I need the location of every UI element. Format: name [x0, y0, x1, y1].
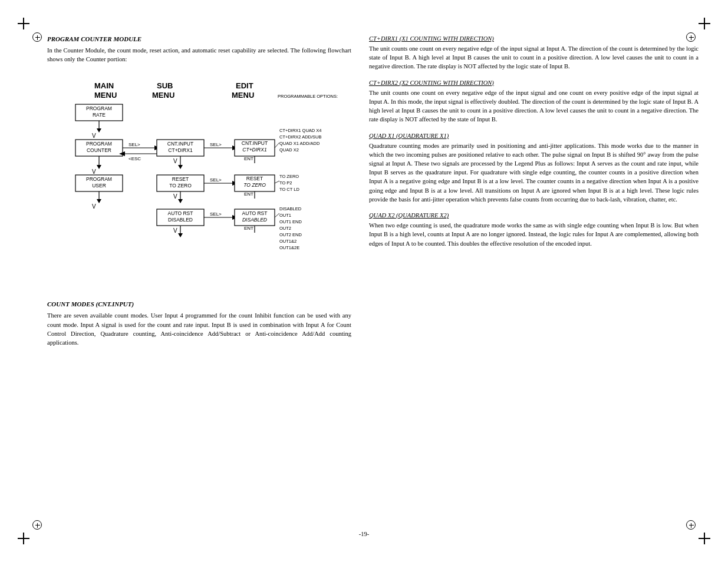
reg-mark-tl [18, 18, 29, 29]
svg-text:ENT: ENT [244, 191, 253, 197]
svg-text:MAIN: MAIN [94, 81, 114, 90]
flowchart-svg: MAIN MENU PROGRAM RATE V PROGRAM COUNTER [47, 72, 351, 290]
svg-marker-12 [97, 165, 101, 169]
page-number: -19- [359, 531, 370, 537]
svg-line-61 [275, 143, 279, 148]
svg-text:TO P2: TO P2 [279, 180, 292, 186]
ct-dirx1-section: CT+DIRX1 (X1 COUNTING WITH DIRECTION) Th… [369, 35, 699, 71]
svg-text:RESET: RESET [246, 176, 263, 181]
ct-dirx2-section: CT+DIRX2 (X2 COUNTING WITH DIRECTION) Th… [369, 80, 699, 124]
svg-text:PROGRAM: PROGRAM [86, 105, 112, 111]
svg-text:TO ZERO: TO ZERO [169, 183, 192, 189]
svg-marker-18 [97, 199, 101, 203]
svg-text:CNT.INPUT: CNT.INPUT [242, 140, 268, 146]
svg-text:PROGRAMMABLE OPTIONS:: PROGRAMMABLE OPTIONS: [278, 94, 338, 99]
svg-text:RATE: RATE [93, 112, 106, 118]
page: PROGRAM COUNTER MODULE In the Counter Mo… [0, 0, 728, 562]
svg-marker-32 [178, 165, 183, 169]
svg-text:MENU: MENU [232, 91, 254, 100]
count-modes-text: There are seven available count modes. U… [47, 311, 351, 347]
svg-text:OUT1 END: OUT1 END [279, 219, 302, 224]
svg-text:OUT1&2: OUT1&2 [279, 239, 297, 244]
svg-text:OUT2: OUT2 [279, 226, 291, 231]
reg-mark-bl [18, 533, 29, 544]
svg-text:COUNTER: COUNTER [87, 147, 111, 153]
svg-text:DISABLED: DISABLED [168, 217, 193, 223]
svg-text:MENU: MENU [94, 91, 117, 100]
svg-text:DISABLED: DISABLED [242, 217, 267, 223]
svg-text:CT+DIRX2   ADD/SUB: CT+DIRX2 ADD/SUB [279, 134, 321, 140]
svg-text:CNT.INPUT: CNT.INPUT [167, 141, 193, 147]
svg-text:V: V [92, 168, 96, 175]
svg-text:CT+DIRX1: CT+DIRX1 [168, 147, 193, 153]
svg-text:ENT: ENT [244, 156, 253, 161]
quad-x1-title: QUAD X1 (QUADRATURE X1) [369, 133, 699, 139]
svg-text:RESET: RESET [172, 176, 189, 182]
ct-dirx1-title: CT+DIRX1 (X1 COUNTING WITH DIRECTION) [369, 35, 699, 42]
reg-mark-tr [699, 18, 710, 29]
quad-x2-text: When two edge counting is used, the quad… [369, 221, 699, 248]
flowchart: MAIN MENU PROGRAM RATE V PROGRAM COUNTER [47, 72, 351, 290]
svg-text:SEL>: SEL> [210, 142, 222, 147]
svg-text:EDIT: EDIT [236, 81, 253, 90]
quad-x1-section: QUAD X1 (QUADRATURE X1) Quadrature count… [369, 133, 699, 204]
svg-marker-44 [178, 233, 183, 237]
svg-text:PROGRAM: PROGRAM [86, 141, 112, 147]
svg-text:AUTO RST: AUTO RST [242, 210, 268, 216]
svg-text:ENT: ENT [244, 226, 253, 231]
crop-mark-tl [32, 32, 42, 42]
ct-dirx2-title: CT+DIRX2 (X2 COUNTING WITH DIRECTION) [369, 80, 699, 86]
svg-line-89 [275, 213, 279, 217]
svg-text:SEL>: SEL> [210, 211, 222, 217]
crop-mark-br [686, 520, 696, 530]
svg-text:AUTO RST: AUTO RST [168, 210, 193, 216]
right-column: CT+DIRX1 (X1 COUNTING WITH DIRECTION) Th… [369, 35, 699, 527]
svg-text:TO ZERO: TO ZERO [243, 182, 266, 188]
svg-text:SEL>: SEL> [210, 177, 222, 183]
count-modes-section: COUNT MODES (CNT.INPUT) There are seven … [47, 300, 351, 347]
svg-text:DISABLED: DISABLED [279, 206, 302, 211]
svg-text:OUT2 END: OUT2 END [279, 232, 302, 237]
svg-text:SEL>: SEL> [129, 142, 140, 147]
svg-text:MENU: MENU [152, 91, 174, 100]
svg-text:QUAD X1   ADD/ADD: QUAD X1 ADD/ADD [279, 141, 320, 146]
page-content: PROGRAM COUNTER MODULE In the Counter Mo… [47, 35, 681, 527]
svg-text:OUT1&2E: OUT1&2E [279, 245, 299, 250]
quad-x2-section: QUAD X2 (QUADRATURE X2) When two edge co… [369, 212, 699, 248]
svg-marker-6 [97, 128, 101, 133]
quad-x2-title: QUAD X2 (QUADRATURE X2) [369, 212, 699, 219]
svg-line-73 [275, 181, 279, 183]
ct-dirx1-text: The unit counts one count on every negat… [369, 44, 699, 71]
svg-text:V: V [173, 227, 177, 234]
svg-text:V: V [92, 203, 96, 210]
ct-dirx2-text: The unit counts one count on every negat… [369, 88, 699, 124]
svg-text:TO ZERO: TO ZERO [279, 174, 299, 179]
quad-x1-text: Quadrature counting modes are primarily … [369, 141, 699, 204]
svg-text:V: V [173, 193, 177, 200]
crop-mark-bl [32, 520, 42, 530]
svg-text:PROGRAM: PROGRAM [86, 176, 112, 182]
svg-text:CT+DIRX1   QUAD X4: CT+DIRX1 QUAD X4 [279, 128, 321, 133]
crop-mark-tr [686, 32, 696, 42]
count-modes-title: COUNT MODES (CNT.INPUT) [47, 300, 351, 308]
left-intro-text: In the Counter Module, the count mode, r… [47, 46, 351, 64]
svg-text:QUAD X2: QUAD X2 [279, 147, 299, 153]
svg-marker-38 [178, 199, 183, 203]
svg-text:V: V [92, 133, 96, 139]
svg-text:SUB: SUB [157, 81, 173, 90]
svg-text:V: V [173, 158, 177, 164]
svg-text:USER: USER [92, 183, 106, 189]
svg-text:TO CT LD: TO CT LD [279, 187, 299, 192]
left-column: PROGRAM COUNTER MODULE In the Counter Mo… [47, 35, 351, 527]
svg-text:<ESC: <ESC [129, 156, 141, 161]
svg-text:OUT1: OUT1 [279, 213, 291, 218]
svg-text:CT+DIRX1: CT+DIRX1 [242, 147, 267, 153]
left-section-title: PROGRAM COUNTER MODULE [47, 35, 351, 42]
reg-mark-br [699, 533, 710, 544]
